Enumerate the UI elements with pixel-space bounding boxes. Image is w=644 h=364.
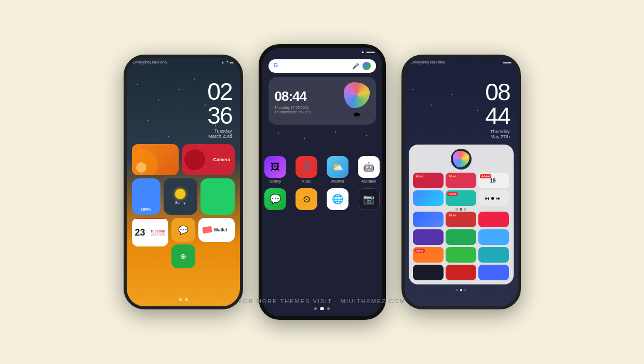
ri-11[interactable]	[446, 229, 476, 245]
ri-10[interactable]	[413, 229, 444, 245]
mic-icon[interactable]: 🎤	[352, 63, 359, 70]
nav-dot-r1	[456, 289, 458, 291]
calendar-day: 23	[133, 226, 147, 239]
gallery-icon: 🖼	[264, 156, 286, 178]
status-text-left: Emergency calls only	[133, 60, 167, 64]
widget-messages[interactable]: 💬	[171, 218, 195, 242]
signal-icon-r: ▬▬	[503, 60, 512, 64]
ri-18[interactable]	[478, 265, 509, 280]
nav-dot-3	[327, 307, 330, 310]
lens-icon[interactable]	[363, 62, 371, 70]
widget-wallet[interactable]: Wallet	[198, 218, 235, 242]
widget-sunny[interactable]: Sunny	[164, 178, 197, 215]
center-apps-row2: 💬 ⊙ 🌐 📷	[262, 186, 382, 213]
clock-hour-left: 02	[135, 80, 232, 103]
app-gallery[interactable]: 🖼 Gallery	[264, 156, 286, 183]
widget-green[interactable]	[200, 178, 235, 215]
ri-13[interactable]: Added	[413, 247, 444, 263]
dot-3	[464, 208, 466, 211]
widget-battery[interactable]: 100%	[132, 178, 160, 215]
widget-orange[interactable]	[132, 144, 179, 175]
watermark: FOR MORE THEMES VISIT - MIUITHEMEZ.COM	[238, 298, 405, 304]
search-bar[interactable]: G 🎤	[269, 59, 376, 73]
calendar-info: Tuesday 2021/3/23	[149, 228, 167, 237]
app-chat[interactable]: 💬	[264, 188, 286, 210]
google-logo: G	[274, 62, 282, 70]
ri-4[interactable]	[413, 190, 444, 206]
center-clock-info: 08:44 Thursday 27 05 2021 Thunderstorm 2…	[275, 88, 312, 114]
signal-icon: ▲	[221, 60, 225, 64]
added-badge-2: Added	[447, 174, 458, 178]
added-badge-1: Added	[414, 174, 425, 178]
widget-row-1: Camera	[132, 144, 235, 175]
ri-2[interactable]: Added	[446, 173, 476, 188]
status-bar-center: ▲ ▬▬	[262, 48, 382, 55]
weather-icon: ⛅	[327, 156, 348, 178]
wifi-icon-c: ▲	[361, 49, 365, 54]
app-music[interactable]: 🎵 Music	[296, 156, 317, 183]
gallery-label: Gallery	[270, 179, 281, 183]
app-camera-c[interactable]: 📷	[358, 188, 380, 210]
gem-wrap	[451, 149, 472, 170]
center-clock-widget: 08:44 Thursday 27 05 2021 Thunderstorm 2…	[269, 77, 376, 125]
added-badge-3: Added	[480, 174, 491, 178]
assistant-label: Assistant	[361, 179, 376, 183]
sun-icon	[175, 189, 185, 199]
dot-2	[460, 208, 462, 211]
weather-label: Weather	[331, 179, 344, 183]
clock-hour-right: 08	[412, 80, 510, 104]
small-icons-col: 💬 ⊕	[171, 218, 195, 268]
ri-5[interactable]: Added	[446, 190, 476, 206]
clock-date-right: Thursday May 27th	[412, 129, 510, 139]
calendar-weekday: Tuesday	[151, 229, 165, 233]
msg-icon: ⊙	[296, 188, 317, 210]
ri-6[interactable]: ⏮ ⏺ ⏭	[478, 190, 509, 206]
app-assistant[interactable]: 🤖 Assistant	[358, 156, 380, 183]
dot-1	[455, 208, 458, 211]
chat-icon: 💬	[264, 188, 286, 210]
music-icon: 🎵	[296, 156, 317, 178]
ri-1[interactable]: Added	[413, 173, 444, 188]
app-msg[interactable]: ⊙	[296, 188, 317, 210]
center-weather: Thunderstorm 25-37°C	[275, 110, 312, 114]
nav-dot-r3	[464, 289, 466, 291]
weather-icon-area: 🌧	[344, 82, 370, 120]
nav-dot-1	[314, 307, 317, 310]
nav-dot-settings	[185, 298, 188, 301]
app-chrome[interactable]: 🌐	[327, 188, 348, 210]
phones-container: Emergency calls only ▲ ▾ ▬ 02 36 Tuesday…	[124, 44, 521, 320]
app-weather[interactable]: ⛅ Weather	[327, 156, 348, 183]
ri-16[interactable]	[413, 265, 444, 280]
center-stars	[262, 127, 382, 148]
status-bar-right: Emergency calls only ▬▬	[405, 58, 518, 66]
right-panel-top	[413, 149, 509, 170]
phone-left: Emergency calls only ▲ ▾ ▬ 02 36 Tuesday…	[124, 55, 243, 309]
widget-wechat[interactable]: ⊕	[171, 244, 195, 268]
battery-icon-c: ▬▬	[367, 49, 375, 54]
phone-center: ▲ ▬▬ G 🎤 08:44 Thursday 27 05 2021 Thund…	[259, 44, 386, 320]
phone-center-screen: ▲ ▬▬ G 🎤 08:44 Thursday 27 05 2021 Thund…	[262, 48, 382, 316]
widget-calendar[interactable]: 23 Tuesday 2021/3/23	[132, 218, 168, 246]
ri-14[interactable]	[446, 247, 476, 263]
widgets-left: Camera 100% Sunny	[127, 141, 240, 274]
ri-9[interactable]	[478, 212, 509, 227]
status-icons-center: ▲ ▬▬	[361, 49, 375, 54]
sunny-label: Sunny	[175, 201, 185, 204]
ri-8[interactable]: Added	[446, 212, 476, 227]
ri-3[interactable]: 19 Added	[478, 173, 509, 188]
assistant-icon: 🤖	[358, 156, 380, 178]
added-badge-13: Added	[414, 249, 425, 253]
widget-row-3: 23 Tuesday 2021/3/23 💬 ⊕	[132, 218, 235, 268]
ri-7[interactable]	[413, 212, 444, 227]
ri-12[interactable]	[478, 229, 509, 245]
widget-camera[interactable]: Camera	[182, 144, 235, 175]
center-clock-time: 08:44	[275, 88, 312, 105]
camera-icon-c: 📷	[358, 188, 380, 210]
center-clock-date: Thursday 27 05 2021	[275, 106, 312, 109]
nav-dot-r2	[460, 289, 462, 291]
right-icons-grid: Added Added 19 Added Added ⏮	[413, 173, 509, 206]
ri-17[interactable]	[446, 265, 476, 280]
nav-center	[314, 307, 330, 310]
wallet-eraser-icon	[202, 226, 212, 234]
ri-15[interactable]	[478, 247, 509, 263]
